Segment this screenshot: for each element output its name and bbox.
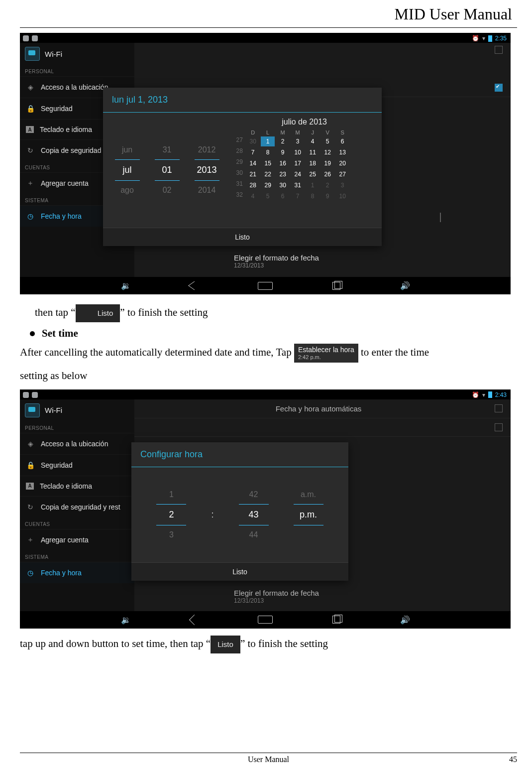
backup-icon: ↻ <box>26 146 35 155</box>
text-then-tap: then tap “ <box>35 306 76 318</box>
cal-day[interactable]: 3 <box>291 136 305 146</box>
checkbox-auto[interactable] <box>495 404 503 412</box>
cal-day[interactable]: 15 <box>261 158 275 168</box>
cal-day[interactable]: 4 <box>306 136 319 146</box>
cal-day[interactable]: 2 <box>320 180 334 190</box>
cal-day[interactable]: 7 <box>246 147 260 157</box>
cal-day[interactable]: 24 <box>291 169 305 179</box>
checkbox-b[interactable] <box>495 423 503 431</box>
cal-day[interactable]: 6 <box>276 191 290 201</box>
cal-day[interactable]: 19 <box>320 158 334 168</box>
bullet-set-time: Set time <box>30 327 517 340</box>
nav-home-icon[interactable] <box>258 282 273 290</box>
listo-inline-button-1: Listo <box>76 304 120 322</box>
year-current: 2013 <box>195 159 219 181</box>
month-next: ago <box>115 181 140 200</box>
cal-day[interactable]: 6 <box>335 136 349 146</box>
cal-day[interactable]: 7 <box>291 191 305 201</box>
cal-day[interactable]: 12 <box>320 147 334 157</box>
cal-day[interactable]: 11 <box>306 147 319 157</box>
minute-spinner[interactable]: 42 43 44 <box>239 485 269 544</box>
cal-day[interactable]: 9 <box>320 191 334 201</box>
cal-day[interactable]: 28 <box>246 180 260 190</box>
cal-day[interactable]: 25 <box>306 169 319 179</box>
minute-next: 44 <box>239 525 269 544</box>
location-icon: ◈ <box>26 439 35 448</box>
sidebar-item-wifi[interactable]: Wi-Fi <box>20 43 134 65</box>
cal-day[interactable]: 29 <box>261 180 275 190</box>
checkbox-1[interactable] <box>495 46 503 54</box>
cal-day[interactable]: 14 <box>246 158 260 168</box>
done-button[interactable]: Listo <box>103 228 382 246</box>
cal-day[interactable]: 5 <box>261 191 275 201</box>
cal-dh: M <box>291 129 305 135</box>
cal-day[interactable]: 16 <box>276 158 290 168</box>
cal-day[interactable]: 30 <box>276 180 290 190</box>
hour-spinner[interactable]: 1 2 3 <box>156 485 186 544</box>
done-button-2[interactable]: Listo <box>131 562 348 581</box>
checkbox-3[interactable] <box>440 213 441 222</box>
footer-center-text: User Manual <box>20 755 517 764</box>
sidebar-item-security[interactable]: 🔒Seguridad <box>20 454 134 476</box>
sidebar-item-language[interactable]: ATeclado e idioma <box>20 476 134 496</box>
ampm-spinner[interactable]: a.m. p.m. <box>294 485 323 544</box>
cal-day[interactable]: 17 <box>291 158 305 168</box>
nav-recent-icon[interactable] <box>332 282 340 290</box>
day-spinner[interactable]: 31 01 02 <box>155 140 180 200</box>
nav-volume-up-icon[interactable]: 🔊 <box>400 281 410 290</box>
ampm-next <box>294 525 323 544</box>
cal-day[interactable]: 22 <box>261 169 275 179</box>
sidebar-item-add-account[interactable]: ＋Agregar cuenta <box>20 529 134 550</box>
cal-day[interactable]: 31 <box>291 180 305 190</box>
sidebar-item-wifi[interactable]: Wi-Fi <box>20 399 134 421</box>
cal-day[interactable]: 1 <box>306 180 319 190</box>
cal-day[interactable]: 18 <box>306 158 319 168</box>
year-spinner[interactable]: 2012 2013 2014 <box>195 140 219 200</box>
cal-day[interactable]: 20 <box>335 158 349 168</box>
wifi-label: Wi-Fi <box>45 50 62 58</box>
cal-day[interactable]: 10 <box>291 147 305 157</box>
wifi-toggle-icon <box>25 403 40 417</box>
checkbox-2[interactable] <box>495 84 503 92</box>
para-then-tap: then tap “Listo” to finish the setting <box>20 304 517 322</box>
bullet-icon <box>30 331 35 336</box>
location-icon: ◈ <box>26 83 35 92</box>
cal-day[interactable]: 26 <box>320 169 334 179</box>
cal-day[interactable]: 13 <box>335 147 349 157</box>
auto-datetime-row[interactable]: Fecha y hora automáticas <box>134 399 511 418</box>
nav-volume-up-icon[interactable]: 🔊 <box>400 615 410 625</box>
cal-day[interactable]: 30 <box>246 136 260 146</box>
cal-dh: V <box>320 129 334 135</box>
cal-day[interactable]: 8 <box>261 147 275 157</box>
cal-day[interactable]: 3 <box>335 180 349 190</box>
est-hora-label: Establecer la hora <box>298 346 354 354</box>
date-format-row[interactable]: Elegir el formato de fecha 12/31/2013 <box>234 254 451 269</box>
cal-day[interactable]: 8 <box>306 191 319 201</box>
cal-day[interactable]: 9 <box>276 147 290 157</box>
nav-volume-down-icon[interactable]: 🔉 <box>121 615 131 625</box>
nav-volume-down-icon[interactable]: 🔉 <box>121 281 131 290</box>
date-format-row[interactable]: Elegir el formato de fecha 12/31/2013 <box>234 589 319 604</box>
cal-day-selected[interactable]: 1 <box>261 136 275 146</box>
sidebar-item-location[interactable]: ◈Acceso a la ubicación <box>20 433 134 454</box>
location-label: Acceso a la ubicación <box>41 440 108 448</box>
nav-back-icon[interactable] <box>189 615 199 625</box>
backup-label: Copia de seguridad y rest <box>41 503 120 511</box>
sidebar-item-datetime[interactable]: ◷Fecha y hora <box>20 562 134 583</box>
cal-day[interactable]: 27 <box>335 169 349 179</box>
nav-recent-icon[interactable] <box>332 616 340 624</box>
nav-back-icon[interactable] <box>188 281 201 290</box>
auto-datetime-label: Fecha y hora automáticas <box>276 404 362 413</box>
sidebar-item-backup[interactable]: ↻Copia de seguridad y rest <box>20 496 134 517</box>
month-spinner[interactable]: jun jul ago <box>115 140 140 200</box>
date-spinners: jun jul ago 31 01 02 2012 2013 2014 <box>103 113 231 228</box>
cal-day[interactable]: 2 <box>276 136 290 146</box>
cal-day[interactable]: 4 <box>246 191 260 201</box>
cal-dh: M <box>276 129 290 135</box>
nav-home-icon[interactable] <box>258 616 273 624</box>
location-label: Acceso a la ubicación <box>41 83 108 91</box>
cal-day[interactable]: 23 <box>276 169 290 179</box>
cal-day[interactable]: 10 <box>335 191 349 201</box>
cal-day[interactable]: 21 <box>246 169 260 179</box>
cal-day[interactable]: 5 <box>320 136 334 146</box>
